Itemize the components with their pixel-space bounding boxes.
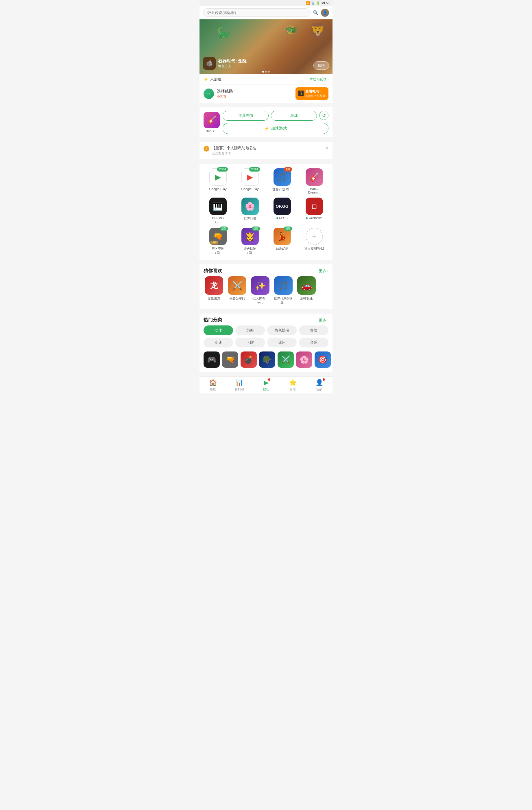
battery-level: 79	[321, 1, 325, 5]
hero-reserve-button[interactable]: 预约	[313, 61, 329, 70]
search-input[interactable]	[203, 9, 311, 17]
cat-tab-card[interactable]: 卡牌	[235, 338, 265, 347]
add-app-icon: +	[305, 228, 323, 245]
bottom-nav: 🏠 商店 📊 排行榜 ▶ 启动 ⭐ 星球 👤 我的	[199, 376, 333, 393]
strike-icon: 💣	[240, 352, 257, 368]
status-dot-7	[277, 217, 278, 219]
ranking-icon: 📊	[236, 379, 244, 387]
app-label-6: 世界計畫	[244, 216, 256, 221]
cat-tab-racing[interactable]: 竞速	[203, 338, 233, 347]
app-label-2: Google Play ...	[240, 187, 260, 194]
cat-tab-casual[interactable]: 休闲	[267, 338, 297, 347]
app-label-5: DEEMO（古...	[208, 216, 228, 224]
notice-title: 【重要】个人隐私防范公告	[212, 146, 323, 151]
battery-icon: 🔋	[316, 1, 320, 5]
app-icon-wrap-10: 👸 新版	[242, 228, 259, 245]
notice-exclamation: !	[206, 147, 207, 150]
wifi-icon: 📡	[311, 1, 315, 5]
launch-badge	[268, 378, 270, 381]
hot-game-pubg-new[interactable]: 🪖	[259, 352, 275, 368]
app-item-import[interactable]: + 导入应用/游戏	[298, 228, 330, 255]
notice-banner[interactable]: ! 【重要】个人隐私防范公告 点此查看详情 ×	[199, 142, 333, 159]
notice-close-button[interactable]: ×	[326, 146, 329, 151]
cat-tab-rpg[interactable]: 角色扮演	[267, 325, 297, 335]
app-label-4: BanG Dream...	[304, 187, 325, 194]
app-item-dark-zone[interactable]: 🔫 1周年 新版 暗区突围（国...	[202, 228, 234, 255]
recommend-more-link[interactable]: 更多 ›	[319, 269, 329, 274]
app-item-bang-dream[interactable]: 🎸 BanG Dream...	[298, 168, 330, 194]
nav-item-star[interactable]: ⭐ 星球	[279, 379, 306, 392]
hot-game-warzone[interactable]: ⚔️	[278, 352, 294, 368]
app-item-deemo[interactable]: 🎹 DEEMO（古...	[202, 198, 234, 224]
hot-game-cs[interactable]: 🎯	[315, 352, 331, 368]
accelerate-game-button[interactable]: ⚡ 加速游戏	[222, 123, 329, 134]
category-tabs: 动作 策略 角色扮演 冒险 竞速 卡牌 休闲 音乐	[199, 325, 333, 350]
recommend-item-racing[interactable]: 🚗 巅峰极速	[296, 276, 317, 305]
game-name: BanG ...	[206, 129, 217, 133]
route-icon: ↔	[203, 88, 214, 99]
app-badge-11: 新版	[284, 227, 292, 231]
accelerate-label: 加速游戏	[271, 126, 287, 131]
recommend-icon-dragon: 龙	[205, 276, 223, 295]
search-icon[interactable]: 🔍	[313, 10, 319, 15]
recommend-item-dragon[interactable]: 龙 赤血屠龙	[203, 276, 225, 305]
divider-4	[199, 262, 333, 264]
app-item-world-stage[interactable]: 🌸 世界計畫	[234, 198, 266, 224]
hot-game-anime[interactable]: 🌸	[296, 352, 312, 368]
app-item-opgg[interactable]: OP.GG OPGG	[266, 198, 298, 224]
app-label-8: Valornento	[309, 216, 322, 220]
account-text: 查看帐号 › 谷歌账号已登录	[305, 89, 326, 98]
gplay-triangle: ▶	[215, 173, 221, 182]
app-label-9: 暗区突围（国...	[208, 246, 228, 255]
app-item-google-play-2[interactable]: ▶ 未加速 Google Play ...	[234, 168, 266, 194]
recommend-item-master[interactable]: ⚔️ 我要当掌门	[227, 276, 248, 305]
hot-game-pubg[interactable]: 🎮	[203, 352, 220, 368]
gplay-triangle-2: ▶	[247, 173, 253, 182]
app-icon-wrap-7: OP.GG	[273, 198, 291, 215]
categories-title: 热门分类	[203, 317, 222, 323]
profile-badge	[323, 378, 325, 381]
nav-item-profile[interactable]: 👤 我的	[306, 379, 333, 392]
hot-game-strike[interactable]: 💣	[240, 352, 257, 368]
app-item-google-play-1[interactable]: ▶ 未加速 Google Play ...	[202, 168, 234, 194]
recommend-item-seven[interactable]: ✨ 七人传奇：光...	[250, 276, 271, 305]
categories-more-link[interactable]: 更多 ›	[319, 318, 329, 323]
cat-tab-action[interactable]: 动作	[203, 325, 233, 335]
hero-badge: 🪨 石器时代: 觉醒 角色扮演	[203, 57, 247, 70]
lightning-icon: ⚡	[203, 77, 209, 82]
hero-banner: 🦁 🦕 🐲 🪨 石器时代: 觉醒 角色扮演 预约	[199, 19, 333, 74]
accel-left: ⚡ 未加速	[203, 77, 221, 82]
recommend-label-0: 赤血屠龙	[207, 296, 220, 301]
app-item-scarlet-echo[interactable]: 👸 新版 绯色回响（国...	[234, 228, 266, 255]
item-recharge-button[interactable]: 道具充值	[222, 111, 269, 120]
hot-game-modern[interactable]: 🔫	[222, 352, 238, 368]
nav-item-launch[interactable]: ▶ 启动	[253, 379, 279, 392]
recommend-item-world-plan[interactable]: 🎵 世界计划缤纷舞...	[273, 276, 294, 305]
nav-item-ranking[interactable]: 📊 排行榜	[226, 379, 253, 392]
pubg-icon: 🎮	[203, 352, 220, 368]
notice-content: 【重要】个人隐私防范公告 点此查看详情	[212, 146, 323, 156]
avatar[interactable]: 👤	[321, 9, 329, 17]
app-status-7: OPGG	[277, 216, 288, 220]
help-link[interactable]: 帮助与反馈 ›	[310, 77, 329, 82]
star-button[interactable]: 星球	[271, 111, 317, 120]
recommend-label-3: 世界计划缤纷舞...	[273, 296, 294, 305]
app-badge-9: 新版	[220, 227, 228, 231]
route-left[interactable]: ↔ 选择线路 › 不加速	[203, 88, 236, 99]
cat-tab-strategy[interactable]: 策略	[235, 325, 265, 335]
app-item-music-fantasy[interactable]: 💃 新版 劲乐幻想	[266, 228, 298, 255]
recommend-title: 猜你喜欢	[203, 268, 222, 274]
app-item-world-plan[interactable]: 🎵 更新 世界计划 彩...	[266, 168, 298, 194]
cat-tab-music[interactable]: 音乐	[299, 338, 329, 347]
hero-dots	[262, 71, 270, 72]
cat-tab-adventure[interactable]: 冒险	[299, 325, 329, 335]
refresh-button[interactable]: ↺	[319, 111, 329, 120]
account-button[interactable]: 🅶 查看帐号 › 谷歌账号已登录	[296, 87, 329, 100]
route-sub: 不加速	[217, 94, 236, 98]
app-item-valornento[interactable]: ◻ Valornento	[298, 198, 330, 224]
app-label-3: 世界计划 彩...	[272, 187, 292, 192]
nav-item-store[interactable]: 🏠 商店	[199, 379, 226, 392]
avatar-icon: 👤	[323, 11, 327, 15]
app-icon-wrap-1: ▶ 未加速	[209, 168, 227, 186]
app-badge-1: 未加速	[217, 167, 228, 172]
